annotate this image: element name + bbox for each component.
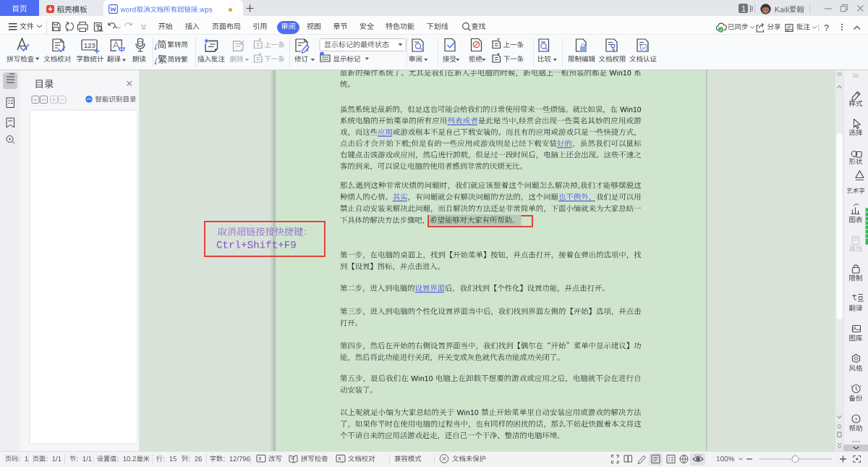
- svg-text:123: 123: [84, 41, 95, 49]
- svg-text:?: ?: [824, 22, 829, 33]
- svg-text:1: 1: [741, 5, 746, 13]
- svg-text:?: ?: [854, 416, 858, 423]
